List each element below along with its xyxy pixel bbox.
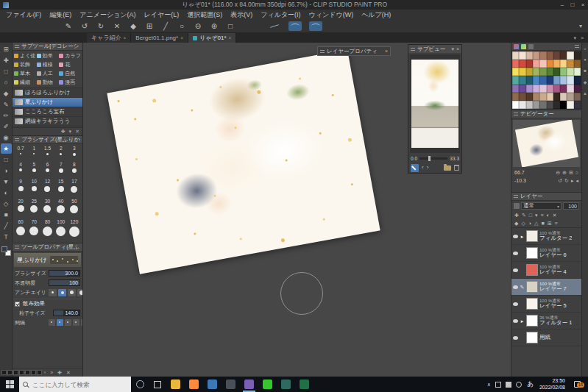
subtool-category[interactable]: カラフ — [59, 51, 81, 60]
ruler-tool[interactable]: ╱ — [1, 221, 12, 231]
brush-list-item[interactable]: 網線キラキラうう — [13, 117, 82, 126]
brush-size-option[interactable]: 0.7 — [14, 146, 27, 162]
color-swatch[interactable] — [519, 85, 525, 93]
color-swatch[interactable] — [547, 101, 553, 109]
brush-size-option[interactable]: 120 — [68, 219, 81, 243]
layer-row[interactable]: ▸✎ 用紙 — [511, 329, 581, 346]
last-setting[interactable]: » — [50, 370, 53, 375]
brush-size-option[interactable]: 30 — [40, 199, 54, 220]
color-swatch[interactable] — [526, 101, 533, 109]
parameter-slider[interactable]: 140.0 — [53, 310, 80, 316]
color-chips[interactable] — [1, 246, 11, 256]
delete-subtool[interactable]: ✕ — [75, 129, 79, 135]
brush-size-option[interactable]: 40 — [54, 199, 68, 220]
antialias-weak-button[interactable] — [58, 289, 66, 296]
tool-switch[interactable]: ✎ — [63, 21, 74, 32]
task-view-button[interactable] — [149, 377, 166, 392]
tab-list-caret[interactable]: ▾ — [573, 35, 576, 41]
clip-studio-paint[interactable] — [240, 377, 258, 392]
subtool-category[interactable]: 花 — [59, 60, 81, 68]
auto-select-tool[interactable]: ○ — [1, 77, 12, 88]
minimized-palette-chip[interactable] — [37, 370, 42, 375]
layer-color[interactable]: ■ — [541, 221, 544, 226]
color-wheel-tab-icon[interactable] — [514, 44, 519, 49]
panel-menu-icon[interactable] — [15, 45, 19, 48]
spacing-option[interactable] — [73, 319, 79, 326]
document-tab[interactable]: りゃぞ01* × — [188, 33, 236, 43]
ime-indicator[interactable]: あ — [526, 380, 535, 389]
color-swatch[interactable] — [547, 68, 553, 76]
panel-menu-icon[interactable] — [575, 45, 579, 48]
color-swatch[interactable] — [533, 68, 539, 76]
close-icon[interactable]: × — [456, 46, 459, 52]
navigator-preview[interactable] — [513, 120, 580, 167]
brush-size-option[interactable]: 17 — [68, 179, 81, 199]
color-swatch[interactable] — [567, 93, 573, 101]
close-icon[interactable]: × — [385, 49, 388, 54]
zoom-out[interactable]: ⊖ — [556, 170, 560, 175]
color-swatch[interactable] — [553, 51, 560, 60]
scatter-effect-row[interactable]: 散布効果 — [13, 299, 82, 308]
color-swatch[interactable] — [547, 51, 553, 60]
pen-tool[interactable]: ✎ — [1, 99, 12, 110]
brush-size-option[interactable]: 20 — [14, 199, 27, 220]
new-folder[interactable]: □ — [529, 213, 532, 218]
color-swatch[interactable] — [519, 51, 525, 60]
tray-app-icon[interactable] — [506, 382, 511, 388]
color-swatch[interactable] — [547, 93, 553, 101]
enable-mask[interactable]: ◑ — [528, 221, 531, 226]
eyedropper-toggle-icon[interactable] — [411, 164, 419, 172]
color-swatch[interactable] — [512, 85, 519, 93]
spacing-option[interactable] — [49, 319, 55, 326]
color-swatch[interactable] — [539, 93, 546, 101]
antialias-none-button[interactable] — [49, 289, 57, 296]
color-swatch[interactable] — [533, 93, 539, 101]
color-wheel-tab[interactable]: ● — [584, 57, 587, 62]
brush-tool[interactable]: ✐ — [1, 121, 12, 132]
eraser-tool[interactable]: □ — [1, 154, 12, 165]
color-swatch[interactable] — [574, 93, 581, 101]
brush-size-option[interactable]: 50 — [68, 199, 81, 220]
subtool-category[interactable]: 繊細 — [14, 78, 36, 86]
taskbar-search[interactable] — [19, 377, 131, 392]
spacing-option[interactable] — [57, 319, 63, 326]
brush-size-option[interactable]: 1 — [27, 146, 40, 162]
color-swatch[interactable] — [560, 93, 567, 101]
operation-tool[interactable]: ⊞ — [1, 44, 12, 54]
color-set-tab-icon[interactable] — [521, 44, 526, 49]
blend-tool[interactable]: ◑ — [1, 165, 12, 176]
minimize-button[interactable]: – — [557, 0, 567, 10]
transfer-to-lower[interactable]: ▾ — [535, 213, 538, 218]
color-swatch[interactable] — [567, 101, 573, 109]
color-swatch[interactable] — [526, 93, 533, 101]
color-swatch[interactable] — [574, 68, 581, 76]
open-folder-icon[interactable] — [444, 165, 451, 171]
color-swatch[interactable] — [560, 60, 567, 68]
subtool-options[interactable]: ▾ — [69, 129, 72, 135]
color-swatch[interactable] — [553, 68, 560, 76]
curve-tool-button[interactable] — [288, 21, 302, 31]
minimized-palette-chip[interactable] — [13, 370, 18, 375]
color-swatch[interactable] — [533, 60, 539, 68]
color-swatch[interactable] — [539, 68, 546, 76]
snap-special-ruler[interactable]: ○ — [177, 21, 187, 32]
color-swatch[interactable] — [547, 85, 553, 93]
color-swatch[interactable] — [574, 85, 581, 93]
color-swatch[interactable] — [574, 60, 581, 68]
folder-chevron-icon[interactable]: ▸ — [521, 318, 524, 324]
minimized-palette-chip[interactable] — [7, 370, 13, 375]
visibility-eye-icon[interactable] — [513, 319, 518, 323]
file-explorer[interactable] — [166, 377, 185, 392]
color-swatch[interactable] — [574, 101, 581, 109]
menu-item[interactable]: ウィンドウ(W) — [309, 10, 354, 20]
brush-size-option[interactable]: 8 — [68, 162, 81, 179]
next-setting[interactable]: › — [44, 370, 46, 375]
color-swatch[interactable] — [567, 51, 573, 60]
color-swatch[interactable] — [553, 60, 560, 68]
color-swatch[interactable] — [526, 68, 533, 76]
color-swatch[interactable] — [526, 76, 533, 84]
color-swatch[interactable] — [519, 76, 525, 84]
color-swatch[interactable] — [539, 101, 546, 109]
document-tab[interactable]: Berget01.1.png* × — [131, 33, 188, 43]
color-swatch[interactable] — [560, 76, 567, 84]
